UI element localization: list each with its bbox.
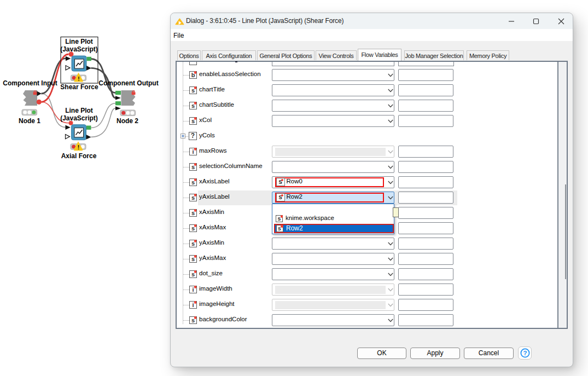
svg-text:Node 2: Node 2	[117, 117, 138, 125]
svg-text:(JavaScript): (JavaScript)	[60, 45, 98, 53]
svg-text:Component Input: Component Input	[3, 79, 57, 87]
svg-text:Line Plot: Line Plot	[65, 107, 93, 114]
svg-text:Component Output: Component Output	[98, 79, 158, 87]
svg-text:Shear Force: Shear Force	[60, 83, 98, 91]
svg-text:(JavaScript): (JavaScript)	[60, 114, 98, 122]
svg-text:!: !	[78, 144, 79, 151]
svg-text:Line Plot: Line Plot	[65, 38, 93, 45]
svg-text:!: !	[78, 76, 79, 82]
svg-text:Node 1: Node 1	[19, 117, 40, 125]
svg-text:?: ?	[523, 350, 527, 356]
svg-text:Axial Force: Axial Force	[61, 152, 97, 160]
